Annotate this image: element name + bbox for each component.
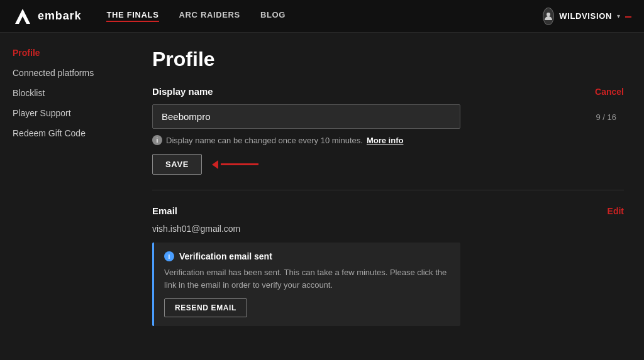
display-name-input-wrapper: 9 / 16	[152, 104, 624, 129]
arrow-line	[221, 163, 258, 165]
nav-link-blog[interactable]: BLOG	[260, 10, 286, 22]
svg-marker-0	[15, 9, 30, 24]
verification-title: Verification email sent	[179, 251, 272, 261]
display-name-info-text: Display name can be changed once every 1…	[166, 136, 363, 145]
resend-email-button[interactable]: RESEND EMAIL	[164, 298, 247, 317]
save-button[interactable]: SAVE	[152, 154, 202, 175]
sidebar-item-redeem-gift-code[interactable]: Redeem Gift Code	[13, 128, 119, 138]
email-header: Email Edit	[152, 205, 624, 216]
verification-box: i Verification email sent Verification e…	[152, 243, 460, 326]
sidebar-item-connected-platforms[interactable]: Connected platforms	[13, 68, 119, 78]
page-title: Profile	[152, 48, 624, 71]
main-content: Profile Display name Cancel 9 / 16 i Dis…	[132, 33, 644, 360]
sidebar-item-player-support[interactable]: Player Support	[13, 108, 119, 118]
display-name-label: Display name	[152, 86, 213, 97]
embark-logo-icon	[13, 6, 33, 26]
chevron-down-icon: ▾	[617, 13, 620, 19]
user-name-label: WILDVISION	[559, 11, 612, 21]
info-circle-icon: i	[152, 135, 162, 145]
content-area: Profile Connected platforms Blocklist Pl…	[0, 33, 644, 360]
edit-email-button[interactable]: Edit	[608, 206, 624, 216]
logo-text: embark	[38, 9, 81, 23]
display-name-header: Display name Cancel	[152, 86, 624, 97]
display-name-section: Display name Cancel 9 / 16 i Display nam…	[152, 86, 624, 190]
arrow-indicator	[212, 160, 258, 169]
verification-text: Verification email has been sent. This c…	[164, 266, 450, 291]
user-avatar-icon	[543, 8, 554, 25]
email-section: Email Edit vish.ish01@gmail.com i Verifi…	[152, 205, 624, 341]
email-value: vish.ish01@gmail.com	[152, 224, 624, 234]
nav-link-the-finals[interactable]: THE FINALS	[106, 10, 158, 22]
email-label: Email	[152, 205, 177, 216]
nav-link-arc-raiders[interactable]: ARC RAIDERS	[179, 10, 240, 22]
top-navigation: embark THE FINALS ARC RAIDERS BLOG WILDV…	[0, 0, 644, 33]
nav-links: THE FINALS ARC RAIDERS BLOG	[106, 10, 543, 22]
svg-point-1	[547, 13, 550, 16]
arrow-head-icon	[212, 160, 218, 169]
display-name-info-row: i Display name can be changed once every…	[152, 135, 624, 145]
user-underline	[625, 16, 631, 18]
sidebar-item-blocklist[interactable]: Blocklist	[13, 88, 119, 98]
user-menu[interactable]: WILDVISION ▾	[543, 8, 631, 25]
sidebar-item-profile[interactable]: Profile	[13, 48, 119, 58]
cancel-button[interactable]: Cancel	[595, 87, 624, 97]
info-blue-icon: i	[164, 251, 174, 261]
more-info-link[interactable]: More info	[367, 136, 404, 145]
save-btn-area: SAVE	[152, 154, 624, 175]
char-count-label: 9 / 16	[596, 112, 616, 121]
display-name-input[interactable]	[152, 104, 460, 129]
sidebar: Profile Connected platforms Blocklist Pl…	[0, 33, 132, 360]
logo-area[interactable]: embark	[13, 6, 81, 26]
verification-header: i Verification email sent	[164, 251, 450, 261]
